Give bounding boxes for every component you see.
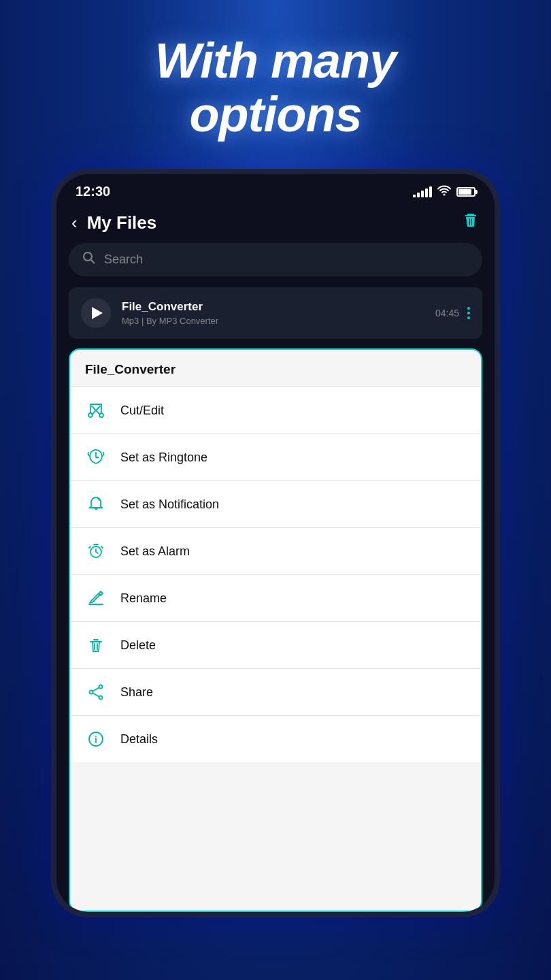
menu-item-rename[interactable]: Rename: [70, 575, 481, 622]
status-time: 12:30: [76, 184, 110, 199]
share-icon: [85, 681, 107, 703]
more-options-button[interactable]: [467, 307, 470, 319]
headline-line2: options: [190, 87, 362, 142]
menu-label-details: Details: [120, 732, 158, 747]
battery-icon: [456, 187, 475, 197]
play-icon: [92, 307, 103, 319]
menu-label-set-alarm: Set as Alarm: [120, 544, 190, 559]
menu-item-share[interactable]: Share: [70, 669, 481, 716]
file-list-item[interactable]: File_Converter Mp3 | By MP3 Converter 04…: [69, 287, 482, 339]
search-bar[interactable]: Search: [69, 243, 482, 276]
menu-item-delete[interactable]: Delete: [70, 622, 481, 669]
context-menu: File_Converter Cut/Edit: [69, 348, 482, 912]
status-bar: 12:30: [56, 174, 495, 205]
rename-icon: [85, 587, 107, 609]
menu-label-delete: Delete: [120, 638, 156, 653]
notification-icon: [85, 493, 107, 515]
file-name: File_Converter: [122, 300, 435, 314]
file-duration: 04:45: [435, 308, 459, 318]
file-meta: Mp3 | By MP3 Converter: [122, 316, 435, 326]
alarm-icon: [85, 540, 107, 562]
menu-label-rename: Rename: [120, 591, 167, 606]
search-placeholder: Search: [104, 252, 143, 267]
status-icons: [413, 185, 475, 199]
back-button[interactable]: ‹: [71, 212, 78, 233]
svg-point-10: [95, 736, 97, 737]
svg-point-0: [84, 252, 92, 261]
menu-item-set-notification[interactable]: Set as Notification: [70, 481, 481, 528]
context-menu-title: File_Converter: [70, 350, 481, 387]
app-header: ‹ My Files: [56, 205, 495, 243]
cut-edit-icon: [85, 399, 107, 421]
menu-label-cut-edit: Cut/Edit: [120, 404, 164, 418]
svg-line-1: [91, 260, 95, 263]
page-title: My Files: [87, 212, 462, 233]
headline-line1: With many: [155, 33, 396, 88]
phone-frame: 12:30 ‹: [51, 169, 500, 917]
menu-item-details[interactable]: Details: [70, 716, 481, 762]
svg-point-3: [99, 413, 103, 417]
headline: With many options: [155, 34, 396, 142]
menu-label-share: Share: [120, 685, 153, 700]
menu-label-set-ringtone: Set as Ringtone: [120, 451, 207, 465]
wifi-icon: [437, 185, 451, 199]
ringtone-icon: [85, 446, 107, 468]
menu-item-cut-edit[interactable]: Cut/Edit: [70, 387, 481, 434]
menu-item-set-ringtone[interactable]: Set as Ringtone: [70, 434, 481, 481]
menu-label-set-notification: Set as Notification: [120, 497, 219, 512]
details-icon: [85, 728, 107, 750]
svg-point-4: [98, 498, 100, 500]
delete-icon: [85, 634, 107, 656]
search-icon: [82, 251, 96, 268]
menu-item-set-alarm[interactable]: Set as Alarm: [70, 528, 481, 575]
signal-icon: [413, 186, 432, 197]
file-info: File_Converter Mp3 | By MP3 Converter: [122, 300, 435, 326]
delete-all-button[interactable]: [462, 212, 480, 233]
svg-point-2: [88, 413, 93, 417]
phone-screen: 12:30 ‹: [56, 174, 495, 912]
play-button[interactable]: [81, 298, 111, 328]
